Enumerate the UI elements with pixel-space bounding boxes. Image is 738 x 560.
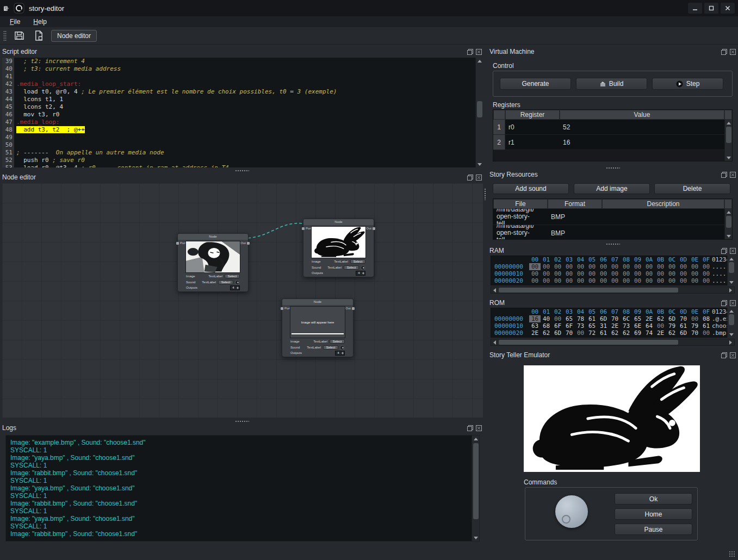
hex-byte[interactable]: 65: [586, 322, 598, 329]
close-panel-icon[interactable]: [476, 425, 482, 431]
scroll-up-icon[interactable]: [476, 58, 483, 64]
hex-row[interactable]: 000000001640006578616D706C652E626D700008…: [491, 315, 734, 322]
hex-byte[interactable]: 00: [689, 263, 700, 270]
rom-horizontal-scrollbar[interactable]: [491, 339, 735, 346]
scroll-left-icon[interactable]: [491, 339, 498, 345]
code-line[interactable]: 40 ; t3: current media address: [2, 65, 483, 73]
scroll-up-icon[interactable]: [472, 435, 480, 442]
port-out-dot[interactable]: [247, 242, 250, 245]
code-line[interactable]: 45 lcons t2, 4: [2, 103, 483, 111]
scroll-down-icon[interactable]: [728, 331, 735, 338]
float-panel-icon[interactable]: [721, 248, 727, 254]
hex-byte[interactable]: 00: [678, 277, 689, 284]
hex-byte[interactable]: 68: [541, 322, 552, 329]
hex-byte[interactable]: 00: [529, 270, 541, 277]
hex-byte[interactable]: 74: [643, 329, 655, 337]
hex-byte[interactable]: 73: [621, 322, 632, 329]
close-panel-icon[interactable]: [730, 300, 736, 306]
hex-byte[interactable]: 00: [541, 270, 552, 277]
hex-byte[interactable]: 78: [575, 315, 586, 322]
scrollbar-thumb[interactable]: [477, 101, 482, 117]
close-panel-icon[interactable]: [730, 49, 736, 55]
hex-byte[interactable]: 00: [655, 263, 666, 270]
hex-byte[interactable]: 79: [689, 322, 700, 329]
hex-byte[interactable]: 65: [563, 315, 575, 322]
port-in-dot[interactable]: [281, 307, 283, 310]
hex-byte[interactable]: 00: [678, 263, 689, 270]
hex-byte[interactable]: 00: [655, 277, 666, 284]
port-out-dot[interactable]: [352, 307, 355, 310]
hex-byte[interactable]: 64: [643, 322, 655, 329]
code-line[interactable]: 41: [2, 73, 483, 80]
scroll-up-icon[interactable]: [728, 256, 735, 262]
hex-byte[interactable]: 00: [541, 277, 552, 284]
select-image-button[interactable]: Select: [225, 274, 240, 278]
hex-byte[interactable]: 00: [655, 322, 666, 329]
play-sound-icon[interactable]: [361, 265, 365, 270]
hex-byte[interactable]: 2E: [609, 322, 621, 329]
select-sound-button[interactable]: Select: [344, 265, 359, 270]
hex-byte[interactable]: 62: [666, 329, 678, 337]
hex-byte[interactable]: 00: [632, 277, 643, 284]
minimize-button[interactable]: [688, 3, 702, 14]
home-button[interactable]: Home: [615, 508, 692, 520]
hex-byte[interactable]: 69: [632, 329, 643, 337]
titlebar[interactable]: story-editor: [0, 0, 738, 16]
splitter-vm-resources[interactable]: [487, 166, 738, 170]
window-resize-grip[interactable]: [729, 551, 736, 558]
ram-hex-view[interactable]: 000102030405060708090A0B0C0D0E0F01234567…: [491, 256, 735, 285]
hex-byte[interactable]: 00: [575, 263, 586, 270]
hex-byte[interactable]: 00: [529, 277, 541, 284]
outputs-spinner[interactable]: 4: [356, 271, 365, 276]
resource-row[interactable]: /mnt/data/git/ open-story-tell…BMP: [493, 225, 732, 240]
outputs-spinner[interactable]: 4: [230, 285, 240, 290]
hex-byte[interactable]: 00: [700, 329, 712, 337]
float-panel-icon[interactable]: [721, 300, 727, 306]
hex-byte[interactable]: 6E: [632, 322, 643, 329]
scroll-up-icon[interactable]: [725, 209, 733, 215]
hex-byte[interactable]: 00: [563, 270, 575, 277]
play-sound-icon[interactable]: [340, 345, 345, 350]
play-sound-icon[interactable]: [235, 280, 240, 285]
code-line[interactable]: 47.media_loop:: [2, 119, 483, 126]
code-line[interactable]: 39 ; t2: increment 4: [2, 58, 483, 65]
float-panel-icon[interactable]: [721, 49, 727, 55]
hex-byte[interactable]: 00: [632, 270, 643, 277]
hex-byte[interactable]: 70: [563, 329, 575, 337]
ram-horizontal-scrollbar[interactable]: [491, 287, 735, 294]
code-line[interactable]: 42.media_loop_start:: [2, 80, 483, 88]
node-graph-canvas[interactable]: Node Port In Port Out ImageTextLabelSele…: [2, 183, 483, 418]
hex-byte[interactable]: 6F: [563, 322, 575, 329]
hex-row[interactable]: 0000001000000000000000000000000000000000…: [491, 270, 734, 277]
story-node-empty[interactable]: Node Port In Port Out Image will appear …: [282, 298, 354, 357]
select-image-button[interactable]: Select: [330, 339, 345, 344]
outputs-spinner[interactable]: 4: [335, 351, 345, 356]
hex-byte[interactable]: 00: [689, 315, 700, 322]
select-sound-button[interactable]: Select: [323, 345, 338, 350]
step-button[interactable]: Step: [652, 78, 723, 90]
hex-byte[interactable]: 00: [552, 315, 563, 322]
registers-header-register[interactable]: Register: [505, 110, 560, 120]
port-in-dot[interactable]: [302, 227, 305, 230]
hex-byte[interactable]: 00: [598, 263, 609, 270]
register-row[interactable]: 2r116: [493, 135, 732, 150]
hex-byte[interactable]: 72: [586, 329, 598, 337]
float-panel-icon[interactable]: [721, 352, 727, 358]
splitter-script-node[interactable]: [0, 169, 484, 172]
hex-byte[interactable]: 6D: [678, 329, 689, 337]
resources-header-description[interactable]: Description: [602, 199, 724, 209]
hex-byte[interactable]: 2E: [529, 329, 541, 337]
hex-byte[interactable]: 00: [609, 277, 621, 284]
float-panel-icon[interactable]: [721, 172, 727, 178]
hex-byte[interactable]: 00: [575, 277, 586, 284]
story-node-yaya[interactable]: Node Port In Port Out ImageTextLabelSele…: [177, 233, 249, 292]
hex-byte[interactable]: 62: [621, 329, 632, 337]
maximize-button[interactable]: [704, 3, 718, 14]
scroll-down-icon[interactable]: [728, 279, 735, 285]
splitter-node-logs[interactable]: [0, 419, 484, 423]
hex-byte[interactable]: 00: [621, 277, 632, 284]
select-sound-button[interactable]: Select: [218, 280, 233, 284]
hex-byte[interactable]: 61: [700, 322, 712, 329]
hex-row[interactable]: 0000002000000000000000000000000000000000…: [491, 277, 734, 284]
hex-byte[interactable]: 6D: [666, 315, 678, 322]
